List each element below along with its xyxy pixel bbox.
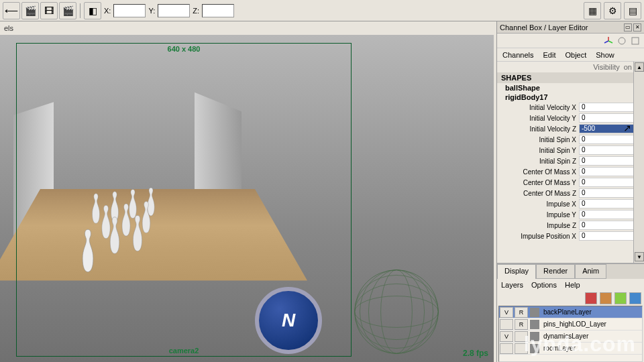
- nav-back-button[interactable]: ⟵: [3, 2, 20, 19]
- attr-label[interactable]: Impulse Y: [497, 211, 579, 219]
- menu-show[interactable]: Show: [596, 51, 614, 59]
- attr-label[interactable]: Initial Spin Z: [497, 158, 579, 165]
- close-panel-button[interactable]: ✕: [633, 23, 641, 32]
- tab-anim[interactable]: Anim: [575, 264, 606, 279]
- layer-menu: Layers Options Help: [497, 279, 644, 291]
- svg-point-6: [355, 275, 439, 348]
- svg-point-5: [360, 270, 433, 354]
- film-icon[interactable]: 🎞: [40, 2, 58, 19]
- tab-display[interactable]: Display: [497, 264, 536, 279]
- layer-visibility-toggle[interactable]: [500, 319, 513, 330]
- menu-channels[interactable]: Channels: [502, 51, 533, 59]
- manip-icon[interactable]: [617, 36, 627, 46]
- channel-menu: Channels Edit Object Show: [497, 48, 644, 62]
- top-toolbar: ⟵ 🎬 🎞 🎬 ◧ X: Y: Z: ▦ ⚙ ▤: [0, 0, 644, 21]
- clapperboard-icon[interactable]: 🎬: [21, 2, 39, 19]
- y-label: Y:: [148, 7, 155, 15]
- attr-label[interactable]: Center Of Mass X: [497, 168, 579, 176]
- viewport-panel: els 640 x 480 camera2 N: [0, 21, 496, 362]
- visibility-row: Visibility on: [497, 62, 644, 72]
- attr-label[interactable]: Center Of Mass Y: [497, 179, 579, 186]
- viewport-panel-label: els: [4, 24, 13, 32]
- attr-label[interactable]: Impulse X: [497, 200, 579, 208]
- z-label: Z:: [193, 7, 199, 15]
- layer-visibility-toggle[interactable]: V: [500, 331, 513, 342]
- y-input[interactable]: [158, 4, 190, 17]
- menu-layers[interactable]: Layers: [501, 281, 523, 289]
- channel-scrollbar[interactable]: ▲ ▼: [633, 62, 644, 263]
- channel-icon-row: [497, 34, 644, 48]
- toggle-icon[interactable]: [631, 36, 640, 46]
- ball-wireframe: [353, 268, 440, 355]
- z-input[interactable]: [202, 4, 234, 17]
- layer-reference-toggle[interactable]: R: [515, 319, 528, 330]
- layer-reference-toggle[interactable]: R: [515, 307, 528, 318]
- tab-render[interactable]: Render: [536, 264, 575, 279]
- layer-color-swatch[interactable]: [530, 308, 539, 317]
- svg-rect-11: [632, 38, 639, 44]
- layer-color-swatch[interactable]: [530, 320, 539, 329]
- menu-help[interactable]: Help: [565, 281, 580, 289]
- viewport-3d[interactable]: 640 x 480 camera2 N 2.8 fps: [0, 35, 494, 362]
- channel-box-button[interactable]: ▤: [624, 2, 641, 19]
- panel-title: Channel Box / Layer Editor: [500, 23, 588, 32]
- layer-row[interactable]: Rpins_highLOD_Layer: [499, 318, 642, 330]
- svg-point-4: [368, 270, 424, 354]
- attr-row: Initial Spin Y0: [497, 145, 644, 156]
- resolution-gate-label: 640 x 480: [168, 45, 201, 53]
- attr-label[interactable]: Initial Velocity Y: [497, 115, 579, 122]
- axis-icon[interactable]: [604, 36, 613, 46]
- svg-line-9: [604, 41, 608, 43]
- attr-row: Impulse Y0: [497, 209, 644, 220]
- scroll-up-button[interactable]: ▲: [635, 62, 644, 72]
- cursor-icon: ↖: [623, 124, 631, 132]
- attr-row: Center Of Mass Z0: [497, 188, 644, 198]
- watermark-logo: N: [255, 287, 322, 354]
- scroll-down-button[interactable]: ▼: [635, 252, 644, 261]
- attr-row: Initial Velocity Z-500↖: [497, 123, 644, 134]
- layer-row[interactable]: VRbackPlaneLayer: [499, 306, 642, 318]
- attr-row: Impulse X0: [497, 198, 644, 209]
- attr-label[interactable]: Initial Velocity X: [497, 104, 579, 111]
- layer-visibility-toggle[interactable]: [500, 343, 513, 354]
- svg-point-1: [355, 296, 439, 328]
- svg-line-8: [608, 41, 612, 43]
- attr-row: Impulse Z0: [497, 220, 644, 231]
- x-input[interactable]: [113, 4, 146, 17]
- fps-display: 2.8 fps: [463, 349, 488, 358]
- snap-toggle-button[interactable]: ◧: [84, 2, 101, 19]
- svg-point-10: [619, 38, 625, 44]
- main-area: els 640 x 480 camera2 N: [0, 21, 644, 362]
- shape-ballshape[interactable]: ballShape: [497, 83, 644, 93]
- menu-edit[interactable]: Edit: [543, 51, 555, 59]
- layer-name-label[interactable]: backPlaneLayer: [541, 308, 642, 316]
- new-layer-button[interactable]: [585, 292, 597, 304]
- attr-label[interactable]: Impulse Position X: [497, 233, 579, 240]
- shape-rigidbody[interactable]: rigidBody17: [497, 93, 644, 102]
- svg-point-3: [381, 270, 413, 354]
- lynda-watermark: lynda.com: [524, 332, 636, 357]
- attr-label[interactable]: Center Of Mass Z: [497, 190, 579, 197]
- attr-label[interactable]: Initial Velocity Z: [497, 125, 579, 133]
- attr-row: Center Of Mass Y0: [497, 177, 644, 188]
- menu-options[interactable]: Options: [531, 281, 557, 289]
- svg-point-0: [355, 270, 439, 354]
- layer-toolbar: [497, 291, 644, 306]
- layer-btn4[interactable]: [629, 292, 641, 304]
- camera-name-label: camera2: [169, 347, 199, 355]
- undock-button[interactable]: ▭: [624, 23, 632, 32]
- layer-visibility-toggle[interactable]: V: [500, 307, 513, 318]
- attr-label[interactable]: Impulse Z: [497, 222, 579, 229]
- attr-label[interactable]: Initial Spin Y: [497, 147, 579, 154]
- layer-btn2[interactable]: [600, 292, 612, 304]
- menu-object[interactable]: Object: [565, 51, 586, 59]
- layer-name-label[interactable]: pins_highLOD_Layer: [541, 320, 642, 328]
- clapper-closed-icon[interactable]: 🎬: [59, 2, 76, 19]
- layer-btn3[interactable]: [614, 292, 627, 304]
- shapes-area: Visibility on SHAPES ballShape rigidBody…: [497, 62, 644, 263]
- attribute-editor-button[interactable]: ▦: [584, 2, 601, 19]
- tool-settings-button[interactable]: ⚙: [604, 2, 621, 19]
- attr-row: Initial Spin X0: [497, 134, 644, 145]
- layer-tabs: Display Render Anim: [497, 264, 644, 279]
- attr-label[interactable]: Initial Spin X: [497, 136, 579, 143]
